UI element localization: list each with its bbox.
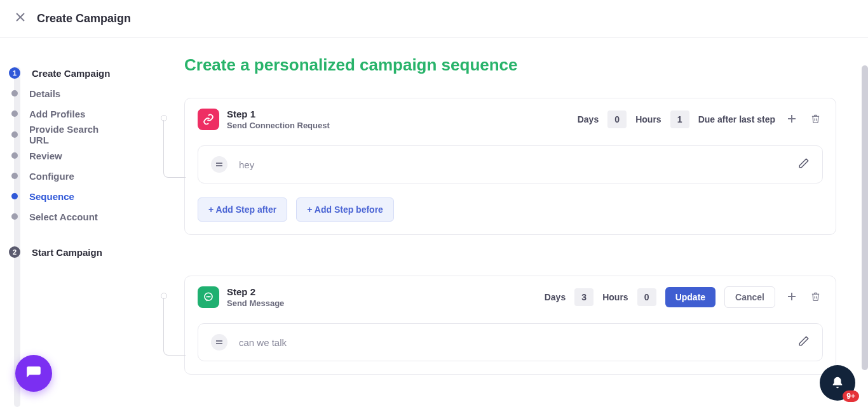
notifications-badge: 9+ (843, 390, 859, 402)
step-number-badge: 1 (9, 67, 20, 79)
dot-icon (11, 131, 18, 138)
dot-icon (11, 173, 18, 179)
message-icon (198, 286, 219, 308)
cancel-button[interactable]: Cancel (724, 286, 775, 308)
sidebar-group-create-campaign[interactable]: 1 Create Campaign (0, 63, 146, 83)
svg-point-9 (210, 297, 210, 297)
svg-point-8 (208, 297, 209, 297)
sidebar-item-provide-search-url[interactable]: Provide Search URL (0, 124, 146, 145)
sidebar-item-label: Add Profiles (29, 109, 85, 119)
message-row[interactable]: hey (198, 145, 823, 183)
dot-icon (11, 193, 18, 199)
dot-icon (11, 90, 18, 97)
step-title: Step 1 (227, 109, 330, 119)
sidebar-item-review[interactable]: Review (0, 145, 146, 166)
step-card-2: Step 2 Send Message Days 3 Hours 0 Updat… (184, 276, 836, 375)
message-text: can we talk (239, 337, 787, 348)
step-subtitle: Send Connection Request (227, 121, 330, 130)
sidebar-item-label: Select Account (29, 211, 98, 222)
sidebar-item-label: Provide Search URL (29, 124, 105, 145)
body-area: 1 Create Campaign Details Add Profiles P… (0, 37, 868, 407)
add-icon[interactable] (784, 111, 799, 128)
trash-icon[interactable] (808, 111, 823, 128)
hours-label: Hours (635, 114, 661, 124)
sidebar-group-label: Start Campaign (32, 247, 102, 258)
dot-icon (11, 213, 18, 220)
sidebar-item-label: Configure (29, 171, 74, 182)
fork-connector (161, 293, 185, 363)
add-step-before-button[interactable]: + Add Step before (296, 197, 394, 222)
step-meta: Days 0 Hours 1 Due after last step (578, 110, 823, 128)
sidebar-item-sequence[interactable]: Sequence (0, 186, 146, 206)
drag-handle-icon[interactable] (211, 334, 227, 350)
edit-icon[interactable] (798, 335, 810, 349)
main-content: Create a personalized campaign sequence … (146, 37, 868, 407)
hours-label: Hours (602, 292, 628, 302)
close-icon[interactable] (15, 12, 25, 25)
step-subtitle: Send Message (227, 298, 284, 308)
sidebar-item-configure[interactable]: Configure (0, 166, 146, 186)
chat-fab[interactable] (15, 355, 52, 392)
page-title: Create Campaign (37, 12, 131, 25)
sidebar-item-label: Details (29, 88, 60, 99)
sidebar-item-add-profiles[interactable]: Add Profiles (0, 103, 146, 124)
step-title-block: Step 2 Send Message (227, 286, 284, 308)
sidebar-item-label: Review (29, 150, 62, 161)
days-label: Days (545, 292, 566, 302)
message-row[interactable]: can we talk (198, 323, 823, 361)
sidebar-item-label: Sequence (29, 191, 74, 202)
hours-value[interactable]: 1 (670, 110, 689, 128)
step-head: Step 1 Send Connection Request Days 0 Ho… (198, 109, 823, 130)
sidebar-item-select-account[interactable]: Select Account (0, 206, 146, 227)
fork-connector (161, 115, 185, 185)
hours-value[interactable]: 0 (637, 288, 656, 306)
message-text: hey (239, 159, 787, 170)
step-title: Step 2 (227, 286, 284, 297)
sidebar-item-details[interactable]: Details (0, 83, 146, 103)
add-icon[interactable] (784, 289, 799, 306)
scrollbar-thumb[interactable] (862, 65, 868, 370)
days-value[interactable]: 0 (607, 110, 627, 128)
add-step-buttons: + Add Step after + Add Step before (198, 197, 823, 222)
dot-icon (11, 152, 18, 159)
drag-handle-icon[interactable] (211, 156, 227, 173)
step-title-block: Step 1 Send Connection Request (227, 109, 330, 130)
due-after-label: Due after last step (698, 114, 775, 124)
edit-icon[interactable] (798, 157, 810, 171)
update-button[interactable]: Update (665, 287, 715, 307)
step-head: Step 2 Send Message Days 3 Hours 0 Updat… (198, 286, 823, 308)
sidebar-group-label: Create Campaign (32, 68, 110, 79)
step-number-badge: 2 (9, 246, 20, 258)
add-step-after-button[interactable]: + Add Step after (198, 197, 287, 222)
svg-point-7 (207, 297, 207, 297)
step-meta: Days 3 Hours 0 Update Cancel (545, 286, 823, 308)
notifications-fab[interactable]: 9+ (820, 365, 855, 401)
sidebar: 1 Create Campaign Details Add Profiles P… (0, 37, 146, 407)
main-heading: Create a personalized campaign sequence (184, 55, 836, 75)
days-label: Days (578, 114, 599, 124)
sidebar-group-start-campaign[interactable]: 2 Start Campaign (0, 242, 146, 262)
trash-icon[interactable] (808, 289, 823, 306)
top-header: Create Campaign (0, 0, 868, 37)
days-value[interactable]: 3 (574, 288, 593, 306)
step-card-1: Step 1 Send Connection Request Days 0 Ho… (184, 98, 836, 235)
sidebar-steps-list: 1 Create Campaign Details Add Profiles P… (0, 63, 146, 262)
dot-icon (11, 110, 18, 117)
link-icon (198, 109, 219, 130)
